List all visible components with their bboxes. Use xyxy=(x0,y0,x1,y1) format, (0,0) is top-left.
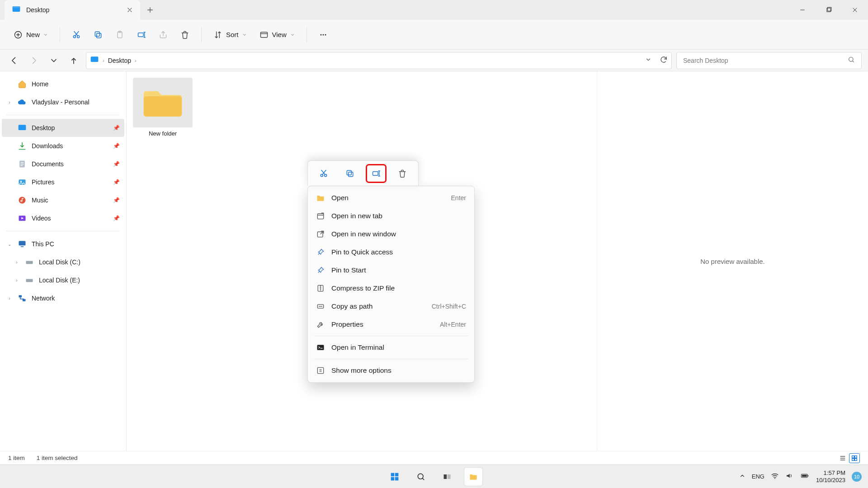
ctx-open-new-window[interactable]: Open in new window xyxy=(308,225,474,243)
view-button[interactable]: View xyxy=(255,26,299,44)
paste-button[interactable] xyxy=(111,26,129,44)
more-button[interactable] xyxy=(314,26,332,44)
ctx-pin-quick-access[interactable]: Pin to Quick access xyxy=(308,243,474,261)
svg-rect-33 xyxy=(349,172,353,176)
ctx-open-new-tab[interactable]: Open in new tab xyxy=(308,207,474,225)
pictures-icon xyxy=(17,177,27,187)
close-window-button[interactable] xyxy=(842,0,868,20)
icons-view-button[interactable] xyxy=(849,453,860,463)
tray-overflow-button[interactable] xyxy=(739,473,745,480)
taskview-button[interactable] xyxy=(438,467,457,486)
ctx-label: Open xyxy=(331,194,349,202)
svg-rect-55 xyxy=(802,475,807,477)
sidebar-onedrive[interactable]: › Vladyslav - Personal xyxy=(0,93,126,111)
sidebar-network[interactable]: › Network xyxy=(0,289,126,307)
svg-rect-3 xyxy=(828,7,831,11)
folder-item[interactable]: New folder xyxy=(133,78,193,137)
minimize-button[interactable] xyxy=(789,0,816,20)
expand-icon[interactable]: › xyxy=(6,296,13,301)
file-grid[interactable]: New folder Open Enter xyxy=(127,71,597,451)
ctx-show-more[interactable]: Show more options xyxy=(308,361,474,380)
sidebar-documents[interactable]: Documents 📌 xyxy=(0,155,126,173)
svg-point-15 xyxy=(325,34,326,35)
sidebar-drive-c[interactable]: › Local Disk (C:) xyxy=(0,253,126,271)
search-input[interactable] xyxy=(683,57,844,64)
expand-icon[interactable]: › xyxy=(14,278,20,283)
search-bar[interactable] xyxy=(676,52,862,69)
sidebar-music[interactable]: Music 📌 xyxy=(0,191,126,209)
ctx-compress-zip[interactable]: Compress to ZIP file xyxy=(308,279,474,297)
address-dropdown-button[interactable] xyxy=(645,56,651,64)
download-icon xyxy=(17,141,27,151)
music-icon xyxy=(17,195,27,205)
share-button[interactable] xyxy=(154,26,172,44)
svg-rect-28 xyxy=(26,279,33,282)
refresh-button[interactable] xyxy=(660,56,668,65)
sidebar-desktop[interactable]: Desktop 📌 xyxy=(2,119,124,137)
cut-button[interactable] xyxy=(67,26,85,44)
battery-icon[interactable] xyxy=(800,472,810,481)
new-button[interactable]: New xyxy=(9,26,52,44)
sidebar-videos[interactable]: Videos 📌 xyxy=(0,209,126,227)
folder-icon xyxy=(133,78,193,127)
details-view-button[interactable] xyxy=(837,453,848,463)
tray-clock[interactable]: 1:57 PM 10/10/2023 xyxy=(816,469,845,483)
wrench-icon xyxy=(316,320,325,329)
volume-icon[interactable] xyxy=(785,472,793,481)
svg-rect-2 xyxy=(827,8,830,12)
nav-history-button[interactable] xyxy=(46,53,61,68)
sidebar-label: Vladyslav - Personal xyxy=(32,99,90,106)
window-tab[interactable]: Desktop xyxy=(5,0,140,20)
svg-point-21 xyxy=(20,181,22,182)
documents-icon xyxy=(17,159,27,169)
pin-icon: 📌 xyxy=(113,197,120,203)
svg-rect-49 xyxy=(395,477,399,480)
delete-button[interactable] xyxy=(176,26,194,44)
svg-point-5 xyxy=(73,35,75,38)
desktop-icon xyxy=(90,55,99,66)
expand-icon[interactable]: › xyxy=(6,100,13,105)
sidebar-pictures[interactable]: Pictures 📌 xyxy=(0,173,126,191)
ctx-label: Copy as path xyxy=(331,302,373,310)
sidebar-downloads[interactable]: Downloads 📌 xyxy=(0,137,126,155)
notification-badge[interactable]: 10 xyxy=(852,472,862,482)
tray-language[interactable]: ENG xyxy=(752,473,764,480)
address-bar[interactable]: › Desktop › xyxy=(86,52,672,69)
explorer-taskbar-button[interactable] xyxy=(464,467,483,486)
nav-forward-button[interactable] xyxy=(26,53,42,68)
ctx-copy-button[interactable] xyxy=(340,164,360,183)
search-button[interactable] xyxy=(411,467,430,486)
window-controls xyxy=(789,0,868,20)
expand-icon[interactable]: › xyxy=(14,260,20,265)
svg-rect-52 xyxy=(448,474,451,479)
start-button[interactable] xyxy=(385,467,404,486)
file-explorer-window: Desktop New Sort xyxy=(0,0,868,488)
ctx-pin-start[interactable]: Pin to Start xyxy=(308,261,474,279)
maximize-button[interactable] xyxy=(816,0,842,20)
sidebar-drive-e[interactable]: › Local Disk (E:) xyxy=(0,271,126,289)
nav-up-button[interactable] xyxy=(66,53,81,68)
breadcrumb-item[interactable]: Desktop xyxy=(108,57,131,64)
newtab-icon xyxy=(316,211,325,221)
ctx-copy-path[interactable]: Copy as path Ctrl+Shift+C xyxy=(308,297,474,315)
wifi-icon[interactable] xyxy=(771,472,779,481)
copy-button[interactable] xyxy=(89,26,107,44)
svg-rect-51 xyxy=(444,474,447,479)
ctx-open-terminal[interactable]: Open in Terminal xyxy=(308,338,474,357)
sidebar-home[interactable]: Home xyxy=(0,75,126,93)
nav-back-button[interactable] xyxy=(6,53,22,68)
collapse-icon[interactable]: ⌄ xyxy=(6,242,13,247)
sidebar-thispc[interactable]: ⌄ This PC xyxy=(0,235,126,253)
svg-rect-1 xyxy=(13,6,20,8)
close-tab-icon[interactable] xyxy=(127,7,133,13)
sort-button[interactable]: Sort xyxy=(209,26,251,44)
ctx-open[interactable]: Open Enter xyxy=(308,189,474,207)
ctx-delete-button[interactable] xyxy=(392,164,412,183)
ctx-rename-button[interactable] xyxy=(366,164,386,183)
new-tab-button[interactable] xyxy=(140,0,160,20)
ctx-properties[interactable]: Properties Alt+Enter xyxy=(308,315,474,333)
ctx-cut-button[interactable] xyxy=(314,164,334,183)
drive-icon xyxy=(24,257,34,267)
rename-button[interactable] xyxy=(132,26,151,44)
content-area: New folder Open Enter xyxy=(127,71,868,451)
